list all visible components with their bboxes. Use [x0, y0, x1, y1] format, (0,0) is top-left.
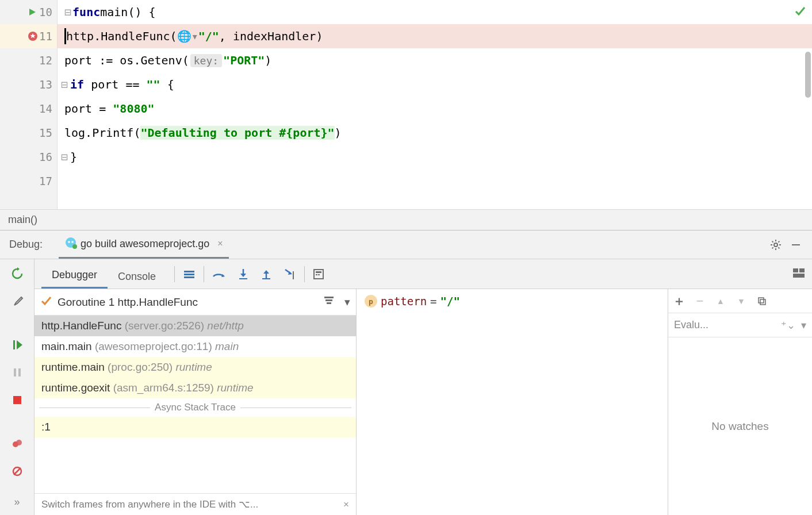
svg-rect-15 [184, 274, 194, 275]
svg-point-3 [71, 241, 74, 243]
watches-panel: ＋ − ▲ ▼ Evalu... ⁺⌄ ▾ No watches [668, 289, 812, 515]
step-into-icon[interactable] [238, 268, 249, 280]
stack-frame[interactable]: main.main (awesomeproject.go:11) main [35, 336, 356, 357]
svg-rect-28 [325, 299, 332, 301]
step-over-icon[interactable] [212, 268, 226, 280]
svg-rect-25 [799, 268, 805, 272]
stack-frame[interactable]: :1 [35, 417, 356, 437]
param-hint: key: [190, 54, 222, 67]
frames-list[interactable]: http.HandleFunc (server.go:2526) net/htt… [35, 316, 356, 493]
svg-rect-27 [324, 297, 334, 298]
svg-point-2 [68, 241, 70, 243]
svg-rect-7 [13, 340, 15, 349]
svg-rect-18 [262, 278, 270, 279]
breadcrumb[interactable]: main() [0, 209, 812, 230]
svg-rect-17 [239, 278, 247, 279]
svg-rect-31 [760, 299, 765, 305]
move-down-icon[interactable]: ▼ [735, 297, 748, 306]
variables-panel[interactable]: p pattern = "/" [357, 289, 668, 515]
svg-rect-8 [14, 368, 16, 376]
fold-icon[interactable]: ⊟ [64, 5, 71, 19]
history-dropdown-icon[interactable]: ▾ [801, 319, 806, 332]
code-editor[interactable]: ⊟func main() { http.HandleFunc(🌐▾"/", in… [58, 0, 812, 209]
copy-icon[interactable] [756, 297, 768, 306]
line-number: 13 [28, 78, 52, 91]
layout-settings-icon[interactable] [792, 268, 805, 278]
frames-panel: Goroutine 1 http.HandleFunc ▾ http.Handl… [35, 289, 357, 515]
svg-rect-23 [318, 274, 320, 275]
line-number: 12 [28, 54, 52, 67]
move-up-icon[interactable]: ▲ [714, 297, 727, 306]
stack-frame-empty [35, 437, 356, 457]
close-hint-icon[interactable]: × [343, 499, 349, 510]
frames-hint: Switch frames from anywhere in the IDE w… [35, 493, 356, 515]
gopher-icon [64, 236, 77, 252]
svg-rect-30 [759, 298, 764, 303]
settings-icon[interactable] [769, 239, 782, 251]
svg-rect-24 [793, 268, 798, 272]
debug-actions-strip: » [0, 259, 35, 515]
line-number: 16 [28, 151, 52, 163]
debug-run-tab[interactable]: go build awesomeproject.go × [59, 230, 228, 259]
globe-icon[interactable]: 🌐▾ [177, 29, 198, 43]
stack-frame[interactable]: runtime.goexit (asm_arm64.s:1259) runtim… [35, 378, 356, 398]
variable-row[interactable]: p pattern = "/" [365, 295, 660, 308]
add-to-watches-icon[interactable]: ⁺⌄ [781, 319, 795, 332]
run-gutter-icon[interactable] [28, 7, 56, 17]
fold-icon[interactable]: ⊟ [61, 78, 68, 91]
svg-rect-14 [184, 271, 194, 272]
svg-rect-21 [316, 271, 321, 273]
checkmark-icon [40, 295, 52, 309]
watches-empty-label: No watches [668, 337, 812, 515]
debug-header: Debug: go build awesomeproject.go × [0, 230, 812, 259]
minimize-icon[interactable] [790, 239, 802, 251]
svg-rect-10 [13, 396, 21, 404]
resume-button[interactable] [9, 336, 26, 353]
svg-point-12 [16, 440, 22, 445]
close-tab-icon[interactable]: × [217, 239, 223, 249]
add-watch-icon[interactable]: ＋ [673, 293, 685, 310]
fold-icon[interactable]: ⊟ [61, 150, 68, 164]
stack-frame[interactable]: runtime.main (proc.go:250) runtime [35, 357, 356, 378]
more-actions-icon[interactable]: » [9, 493, 26, 510]
gutter[interactable]: 10 11 12 13 14 15 16 17 [0, 0, 58, 209]
modify-run-config-button[interactable] [9, 293, 26, 310]
debugger-tab[interactable]: Debugger [41, 262, 108, 289]
svg-rect-16 [184, 276, 194, 278]
line-number: 15 [28, 126, 52, 139]
show-execution-point-icon[interactable] [183, 269, 196, 279]
stop-button[interactable] [9, 391, 26, 409]
svg-rect-19 [293, 271, 294, 279]
goroutine-selector[interactable]: Goroutine 1 http.HandleFunc ▾ [35, 289, 356, 316]
console-tab[interactable]: Console [108, 264, 166, 289]
inspection-ok-icon[interactable] [794, 5, 806, 20]
evaluate-expression-icon[interactable] [313, 268, 324, 280]
debug-toolbar: Debugger Console [35, 259, 812, 289]
run-to-cursor-icon[interactable] [284, 268, 296, 280]
svg-rect-6 [792, 244, 800, 245]
evaluate-input[interactable]: Evalu... ⁺⌄ ▾ [668, 313, 812, 337]
debug-label: Debug: [5, 239, 47, 251]
breakpoint-icon[interactable] [28, 31, 56, 41]
mute-breakpoints-button[interactable] [9, 463, 26, 480]
svg-rect-22 [316, 274, 317, 275]
filter-icon[interactable] [324, 295, 334, 309]
line-number: 14 [28, 102, 52, 115]
svg-rect-29 [327, 302, 331, 304]
async-stack-divider: Async Stack Trace [35, 398, 356, 417]
rerun-button[interactable] [9, 265, 26, 282]
svg-rect-26 [793, 274, 805, 278]
param-badge-icon: p [365, 295, 377, 308]
stack-frame[interactable]: http.HandleFunc (server.go:2526) net/htt… [35, 316, 356, 336]
scrollbar-thumb[interactable] [805, 52, 811, 98]
pause-button[interactable] [9, 364, 26, 381]
step-out-icon[interactable] [261, 268, 272, 280]
dropdown-icon[interactable]: ▾ [344, 295, 350, 309]
view-breakpoints-button[interactable] [9, 435, 26, 452]
remove-watch-icon[interactable]: − [694, 294, 706, 309]
svg-rect-9 [18, 368, 21, 376]
svg-point-5 [774, 243, 777, 247]
line-number: 17 [28, 175, 52, 187]
svg-point-4 [72, 244, 77, 249]
